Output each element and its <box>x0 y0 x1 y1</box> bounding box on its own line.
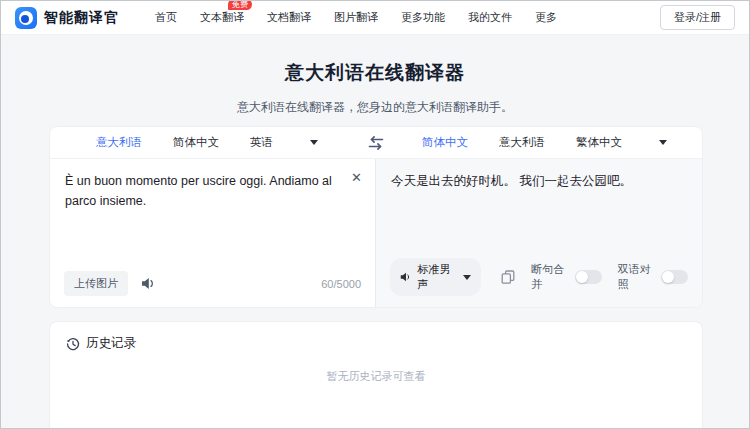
target-footer: 标准男声 断句合并 双语对照 <box>376 258 702 307</box>
tab-target-traditional-chinese[interactable]: 繁体中文 <box>576 135 622 150</box>
target-language-tabs: 简体中文 意大利语 繁体中文 <box>376 127 702 158</box>
source-speaker-icon[interactable] <box>141 277 156 290</box>
sentence-merge-label: 断句合并 <box>531 262 568 292</box>
nav-item-document-translate[interactable]: 文档翻译 <box>267 10 311 25</box>
nav-item-image-translate[interactable]: 图片翻译 <box>334 10 378 25</box>
source-panel: È un buon momento per uscire oggi. Andia… <box>50 159 376 307</box>
target-panel: 今天是出去的好时机。 我们一起去公园吧。 标准男声 <box>376 159 702 307</box>
bilingual-compare-label: 双语对照 <box>618 262 655 292</box>
history-clock-icon <box>66 337 80 351</box>
tab-source-simplified-chinese[interactable]: 简体中文 <box>173 135 219 150</box>
free-badge: 免费 <box>228 0 252 10</box>
history-empty-text: 暂无历史记录可查看 <box>50 369 702 384</box>
translator-body: È un buon momento per uscire oggi. Andia… <box>50 159 702 307</box>
nav-item-label: 文本翻译 <box>200 11 244 23</box>
tab-source-italian[interactable]: 意大利语 <box>96 135 142 150</box>
voice-select[interactable]: 标准男声 <box>390 258 481 296</box>
source-text-input[interactable]: È un buon momento per uscire oggi. Andia… <box>50 159 375 212</box>
nav-item-text-translate[interactable]: 文本翻译 免费 <box>200 10 244 25</box>
app-logo-icon <box>15 7 37 29</box>
login-register-button[interactable]: 登录/注册 <box>660 5 735 30</box>
history-header: 历史记录 <box>50 322 702 352</box>
history-card: 历史记录 暂无历史记录可查看 <box>49 321 703 429</box>
voice-chevron-down-icon <box>463 275 471 280</box>
target-language-chevron-down-icon[interactable] <box>659 140 667 145</box>
tab-target-simplified-chinese[interactable]: 简体中文 <box>422 135 468 150</box>
copy-icon[interactable] <box>501 270 515 284</box>
source-language-chevron-down-icon[interactable] <box>310 140 318 145</box>
translator-card: 意大利语 简体中文 英语 简体中文 意大利语 繁体中文 È un b <box>49 126 703 308</box>
brand-name: 智能翻译官 <box>44 9 119 27</box>
upload-image-button[interactable]: 上传图片 <box>64 271 128 296</box>
language-tab-row: 意大利语 简体中文 英语 简体中文 意大利语 繁体中文 <box>50 127 702 159</box>
brand[interactable]: 智能翻译官 <box>15 7 119 29</box>
char-counter: 60/5000 <box>321 278 361 290</box>
nav-item-more[interactable]: 更多 <box>535 10 557 25</box>
tab-target-italian[interactable]: 意大利语 <box>499 135 545 150</box>
swap-languages-button[interactable] <box>368 127 385 159</box>
target-speaker-icon <box>400 271 411 283</box>
app-window: 智能翻译官 首页 文本翻译 免费 文档翻译 图片翻译 更多功能 我的文件 更多 … <box>0 0 750 429</box>
main-nav: 首页 文本翻译 免费 文档翻译 图片翻译 更多功能 我的文件 更多 <box>155 10 557 25</box>
page-subtitle: 意大利语在线翻译器，您身边的意大利语翻译助手。 <box>1 99 749 116</box>
bilingual-compare-toggle-group: 双语对照 <box>618 262 688 292</box>
nav-item-my-files[interactable]: 我的文件 <box>468 10 512 25</box>
voice-label: 标准男声 <box>417 262 456 292</box>
top-navigation-bar: 智能翻译官 首页 文本翻译 免费 文档翻译 图片翻译 更多功能 我的文件 更多 … <box>1 1 749 35</box>
history-title: 历史记录 <box>86 335 136 352</box>
source-language-tabs: 意大利语 简体中文 英语 <box>50 127 376 158</box>
clear-text-close-icon[interactable]: ✕ <box>351 171 362 184</box>
translation-output: 今天是出去的好时机。 我们一起去公园吧。 <box>376 159 702 191</box>
page-title: 意大利语在线翻译器 <box>1 60 749 86</box>
hero-section: 意大利语在线翻译器 意大利语在线翻译器，您身边的意大利语翻译助手。 <box>1 60 749 116</box>
nav-item-more-features[interactable]: 更多功能 <box>401 10 445 25</box>
tab-source-english[interactable]: 英语 <box>250 135 273 150</box>
source-footer: 上传图片 60/5000 <box>50 271 375 307</box>
sentence-merge-toggle-group: 断句合并 <box>531 262 601 292</box>
sentence-merge-toggle[interactable] <box>575 270 602 284</box>
nav-item-home[interactable]: 首页 <box>155 10 177 25</box>
bilingual-compare-toggle[interactable] <box>661 270 688 284</box>
